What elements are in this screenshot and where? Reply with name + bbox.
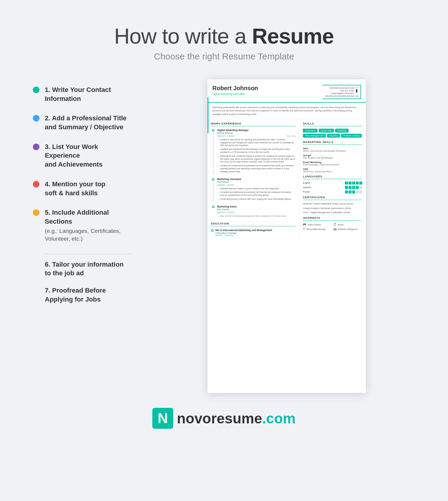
lang-english: English (303, 182, 362, 185)
left-bracket-decoration (208, 97, 209, 133)
contact-email-row: robert@novoresume.com ✉ (325, 87, 358, 89)
lang-spanish-name: Spanish (303, 186, 318, 189)
edu-1-school: University of Chicago (215, 232, 272, 234)
resume-name: Robert Johnson (212, 85, 258, 92)
lang-spanish-bars (345, 186, 362, 189)
resume-name-block: Robert Johnson Digital Marketing Special… (212, 85, 258, 96)
job-2-content: Marketing Assistant Riot Games 02/2015 –… (217, 178, 295, 202)
bar-4 (356, 186, 359, 189)
phone-icon: 📱 (355, 89, 358, 92)
mskill-cms: CMS WordPress, Joomla and Ghost (303, 168, 362, 173)
mskill-cms-desc: WordPress, Joomla and Ghost (303, 170, 362, 173)
interests-title: INTERESTS (303, 216, 362, 221)
bar-4 (356, 190, 359, 193)
page-wrapper: How to write a Resume Choose the right R… (0, 0, 448, 459)
interest-video-games: 🎮 Video Games (303, 223, 332, 226)
mskill-seo-title: SEO (303, 147, 362, 150)
lang-english-bars (345, 182, 362, 185)
job-2-date-range: 02/2015 – 01/2017 (217, 184, 234, 186)
bar-5 (359, 182, 362, 185)
mskill-cms-title: CMS (303, 168, 362, 170)
lang-french: French (303, 190, 362, 193)
step-2: 2. Add a Professional Titleand Summary /… (33, 114, 131, 131)
job-1-location: New York (287, 135, 296, 137)
step-2-text: 2. Add a Professional Titleand Summary /… (45, 114, 127, 131)
job-1-bullet-1: Created a new format for reporting and p… (217, 138, 295, 147)
step-2-dot (33, 115, 39, 122)
step-5: 5. Include Additional Sections (e.g.: La… (33, 208, 131, 243)
step-5-sub: (e.g.: Languages, Certificates,Volunteer… (45, 227, 131, 243)
job-3-title: Marketing Intern (217, 205, 295, 208)
title-light: How to write a (114, 24, 246, 48)
languages-title: LANGUAGES (303, 175, 362, 179)
timeline-line-1 (213, 132, 214, 174)
step-6-text: 6. Tailor your informationto the job ad (45, 260, 131, 278)
contact-phone-text: 044 412 2019 (340, 89, 354, 92)
bar-1 (345, 182, 348, 185)
resume-wrapper: Robert Johnson Digital Marketing Special… (140, 79, 433, 393)
mskill-google-desc: Ads, Analytics and Tag Manager (303, 157, 362, 159)
main-content: 1. Write Your Contact Information 2. Add… (15, 79, 433, 393)
contact-phone-row: 044 412 2019 📱 (325, 89, 358, 92)
resume-job-title: Digital Marketing Specialist (212, 93, 258, 96)
footer-brand-text: novoresume.com (177, 410, 295, 427)
job-1-bullet-3: Redesigned and conducted keyword researc… (217, 155, 295, 163)
mskill-email-desc: ActiveCampaign, Litmus and SendGrid (303, 164, 362, 166)
cert-1: SEMrush Content Marketing Toolkit Course… (303, 202, 362, 205)
bar-4 (356, 182, 359, 185)
lang-spanish: Spanish (303, 186, 362, 189)
bar-1 (345, 186, 348, 189)
step-3-text: 3. List Your Work Experienceand Achievem… (45, 142, 131, 169)
bar-3 (352, 186, 355, 189)
step-5-text: 5. Include Additional Sections (45, 208, 131, 226)
job-2-company: Riot Games (217, 181, 295, 183)
timeline-line-2 (213, 181, 214, 202)
ai-icon: 🤖 (333, 228, 337, 230)
job-3-content: Marketing Intern Riot Games 08/2014 – 01… (217, 205, 295, 219)
lang-french-name: French (303, 190, 318, 193)
step-4: 4. Mention your topsoft & hard skills (33, 180, 131, 197)
linkedin-icon: in (356, 95, 358, 97)
lang-french-bars (345, 190, 362, 193)
skill-leadership: Leadership (319, 129, 334, 133)
lang-english-name: English (303, 182, 318, 184)
edu-1-dates: 06/2014 – 06/2016 (215, 234, 272, 236)
timeline-2 (211, 178, 215, 202)
title-bold: Resume (252, 24, 334, 48)
work-experience-title: WORK EXPERIENCE (211, 122, 295, 126)
bar-3 (352, 190, 355, 193)
job-1-content: Digital Marketing Manager Astoria Baumax… (217, 129, 295, 174)
skills-title: SKILLS (303, 122, 362, 126)
job-1-company: Astoria Baumax (217, 132, 295, 134)
mskill-seo-desc: Ahrefs, Semrush and Link-building Techni… (303, 150, 362, 152)
step-5-dot (33, 209, 39, 216)
email-icon: ✉ (356, 87, 358, 89)
timeline-dot-3 (212, 206, 214, 208)
interest-video-games-label: Video Games (307, 223, 321, 226)
edu-1-content: MS in International Marketing and Manage… (215, 229, 272, 236)
resume-right-col: SKILLS Teamwork Leadership Flexibility T… (299, 119, 366, 242)
job-2-bullet-2: Compiled and distributed successfully th… (217, 191, 295, 197)
step-7-text: 7. Proofread BeforeApplying for Jobs (45, 286, 131, 304)
renewable-energy-icon: ✈ (303, 228, 305, 230)
skill-teamwork: Teamwork (303, 129, 317, 133)
steps-panel: 1. Write Your Contact Information 2. Add… (15, 79, 140, 310)
job-1-dates: 06/2017 – Present New York (217, 135, 295, 137)
interest-ai: 🤖 Artificial Intelligence (333, 228, 362, 230)
job-2-title: Marketing Assistant (217, 178, 295, 181)
job-3-bullet-1: Was offered a marketing assistant job af… (217, 215, 295, 218)
contact-linkedin-text: linkedin.com/in/robert.johnson (325, 95, 355, 97)
timeline-1 (211, 129, 215, 174)
interest-music-label: Music (338, 223, 344, 226)
mskill-seo: SEO Ahrefs, Semrush and Link-building Te… (303, 147, 362, 152)
bar-2 (349, 190, 352, 193)
mskill-google-title: Google (303, 154, 362, 157)
bar-1 (345, 190, 348, 193)
edu-1: MS in International Marketing and Manage… (211, 229, 295, 236)
mskill-email: Email Marketing ActiveCampaign, Litmus a… (303, 161, 362, 166)
interest-renewable-energy-label: Renewable Energy (306, 228, 325, 230)
video-games-icon: 🎮 (303, 223, 306, 226)
job-1-bullet-2: Updated and monitored the Bid Strategy i… (217, 148, 295, 154)
edu-1-degree: MS in International Marketing and Manage… (215, 229, 272, 232)
job-1-title: Digital Marketing Manager (217, 129, 295, 132)
